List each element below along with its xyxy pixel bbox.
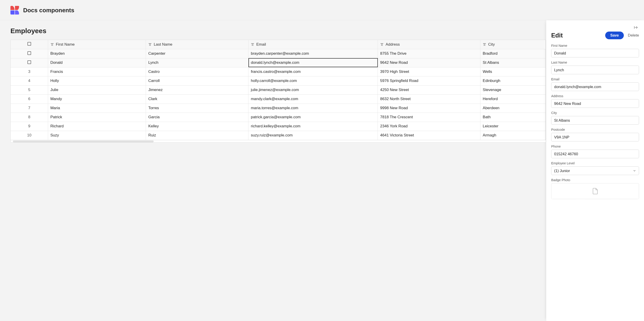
cell-email[interactable]: suzy.ruiz@example.com: [248, 131, 378, 140]
first-name-input[interactable]: [551, 49, 639, 58]
table-row[interactable]: 6MandyClarkmandy.clark@example.com8632 N…: [11, 94, 546, 104]
cell-last-name[interactable]: Carpenter: [146, 49, 248, 58]
cell-city[interactable]: Bath: [480, 113, 546, 122]
header-select-all[interactable]: [11, 40, 48, 49]
city-input[interactable]: [551, 116, 639, 125]
table-row[interactable]: 10SuzyRuizsuzy.ruiz@example.com4641 Vict…: [11, 131, 546, 140]
table-row[interactable]: DonaldLynchdonald.lynch@example.com9642 …: [11, 58, 546, 67]
cell-city[interactable]: Wells: [480, 67, 546, 76]
badge-photo-dropzone[interactable]: [551, 183, 639, 199]
cell-email[interactable]: mandy.clark@example.com: [248, 94, 378, 104]
cell-last-name[interactable]: Lynch: [146, 58, 248, 67]
cell-city[interactable]: Bradford: [480, 49, 546, 58]
collapse-icon: [634, 25, 638, 30]
main-area: Employees: [0, 20, 546, 321]
cell-last-name[interactable]: Clark: [146, 94, 248, 104]
grid-header-row: First Name Last Name: [11, 40, 546, 49]
table-row[interactable]: 4HollyCarrollholly.carroll@example.com59…: [11, 76, 546, 85]
row-selector-cell[interactable]: 5: [11, 85, 48, 94]
table-row[interactable]: 3FrancisCastrofrancis.castro@example.com…: [11, 67, 546, 76]
address-label: Address: [551, 94, 639, 98]
cell-email[interactable]: patrick.garcia@example.com: [248, 113, 378, 122]
row-selector-cell[interactable]: [11, 49, 48, 58]
postcode-input[interactable]: [551, 133, 639, 141]
cell-first-name[interactable]: Brayden: [48, 49, 146, 58]
app-title: Docs components: [23, 7, 74, 14]
cell-last-name[interactable]: Castro: [146, 67, 248, 76]
cell-email[interactable]: richard.kelley@example.com: [248, 122, 378, 131]
column-header-city[interactable]: City: [480, 40, 546, 49]
cell-last-name[interactable]: Jimenez: [146, 85, 248, 94]
cell-address[interactable]: 5976 Springfield Road: [378, 76, 480, 85]
employees-grid: First Name Last Name: [10, 40, 546, 143]
cell-city[interactable]: Hereford: [480, 94, 546, 104]
horizontal-scrollbar[interactable]: [11, 140, 546, 142]
cell-city[interactable]: Stevenage: [480, 85, 546, 94]
cell-email[interactable]: maria.torres@example.com: [248, 104, 378, 113]
row-selector-cell[interactable]: 3: [11, 67, 48, 76]
cell-address[interactable]: 7818 The Crescent: [378, 113, 480, 122]
table-row[interactable]: BraydenCarpenterbrayden.carpenter@exampl…: [11, 49, 546, 58]
cell-first-name[interactable]: Suzy: [48, 131, 146, 140]
phone-input[interactable]: [551, 150, 639, 158]
cell-address[interactable]: 8632 North Street: [378, 94, 480, 104]
table-row[interactable]: 8PatrickGarciapatrick.garcia@example.com…: [11, 113, 546, 122]
cell-last-name[interactable]: Kelley: [146, 122, 248, 131]
cell-first-name[interactable]: Mandy: [48, 94, 146, 104]
panel-title: Edit: [551, 32, 563, 39]
cell-email[interactable]: holly.carroll@example.com: [248, 76, 378, 85]
app-logo-icon: [10, 6, 19, 15]
cell-last-name[interactable]: Garcia: [146, 113, 248, 122]
column-header-address[interactable]: Address: [378, 40, 480, 49]
collapse-panel-button[interactable]: [633, 24, 639, 31]
address-input[interactable]: [551, 99, 639, 108]
cell-city[interactable]: Armagh: [480, 131, 546, 140]
row-selector-cell[interactable]: [11, 58, 48, 67]
cell-city[interactable]: St Albans: [480, 58, 546, 67]
row-selector-cell[interactable]: 4: [11, 76, 48, 85]
table-row[interactable]: 5JulieJimenezjulie.jimenez@example.com42…: [11, 85, 546, 94]
cell-first-name[interactable]: Holly: [48, 76, 146, 85]
phone-label: Phone: [551, 145, 639, 148]
employee-level-select[interactable]: [551, 166, 639, 175]
column-header-email[interactable]: Email: [248, 40, 378, 49]
column-header-first-name[interactable]: First Name: [48, 40, 146, 49]
cell-address[interactable]: 2346 York Road: [378, 122, 480, 131]
email-label: Email: [551, 77, 639, 81]
table-row[interactable]: 7MariaTorresmaria.torres@example.com9998…: [11, 104, 546, 113]
cell-email[interactable]: julie.jimenez@example.com: [248, 85, 378, 94]
cell-last-name[interactable]: Ruiz: [146, 131, 248, 140]
cell-first-name[interactable]: Maria: [48, 104, 146, 113]
cell-address[interactable]: 9642 New Road: [378, 58, 480, 67]
cell-address[interactable]: 4250 New Street: [378, 85, 480, 94]
cell-last-name[interactable]: Carroll: [146, 76, 248, 85]
column-header-last-name[interactable]: Last Name: [146, 40, 248, 49]
cell-address[interactable]: 3970 High Street: [378, 67, 480, 76]
email-input[interactable]: [551, 82, 639, 91]
row-selector-cell[interactable]: 6: [11, 94, 48, 104]
row-selector-cell[interactable]: 10: [11, 131, 48, 140]
cell-email[interactable]: brayden.carpenter@example.com: [248, 49, 378, 58]
cell-first-name[interactable]: Patrick: [48, 113, 146, 122]
row-selector-cell[interactable]: 8: [11, 113, 48, 122]
cell-first-name[interactable]: Richard: [48, 122, 146, 131]
save-button[interactable]: Save: [605, 32, 624, 39]
cell-city[interactable]: Leicester: [480, 122, 546, 131]
cell-email[interactable]: francis.castro@example.com: [248, 67, 378, 76]
row-selector-cell[interactable]: 9: [11, 122, 48, 131]
cell-last-name[interactable]: Torres: [146, 104, 248, 113]
cell-first-name[interactable]: Francis: [48, 67, 146, 76]
row-selector-cell[interactable]: 7: [11, 104, 48, 113]
cell-first-name[interactable]: Donald: [48, 58, 146, 67]
cell-address[interactable]: 4641 Victoria Street: [378, 131, 480, 140]
topbar: Docs components: [0, 0, 644, 20]
delete-button[interactable]: Delete: [628, 33, 639, 38]
cell-email[interactable]: donald.lynch@example.com: [248, 58, 378, 67]
cell-address[interactable]: 9998 New Road: [378, 104, 480, 113]
table-row[interactable]: 9RichardKelleyrichard.kelley@example.com…: [11, 122, 546, 131]
cell-city[interactable]: Edinburgh: [480, 76, 546, 85]
cell-address[interactable]: 8755 The Drive: [378, 49, 480, 58]
last-name-input[interactable]: [551, 66, 639, 74]
cell-first-name[interactable]: Julie: [48, 85, 146, 94]
cell-city[interactable]: Aberdeen: [480, 104, 546, 113]
